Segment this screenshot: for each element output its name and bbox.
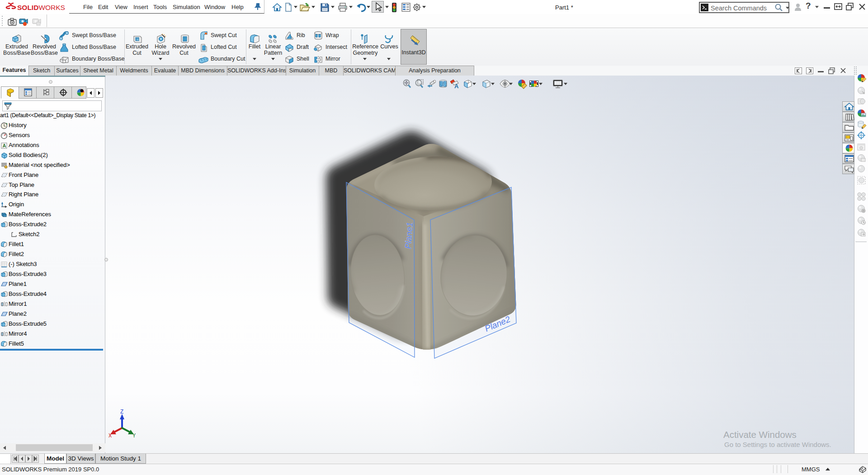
svg-text:A: A — [3, 143, 6, 148]
svg-text:Y: Y — [132, 433, 136, 439]
svg-text:A: A — [454, 83, 459, 90]
svg-text:Z: Z — [120, 409, 123, 415]
svg-text:Plane1: Plane1 — [403, 222, 415, 249]
svg-text:X: X — [108, 433, 112, 439]
